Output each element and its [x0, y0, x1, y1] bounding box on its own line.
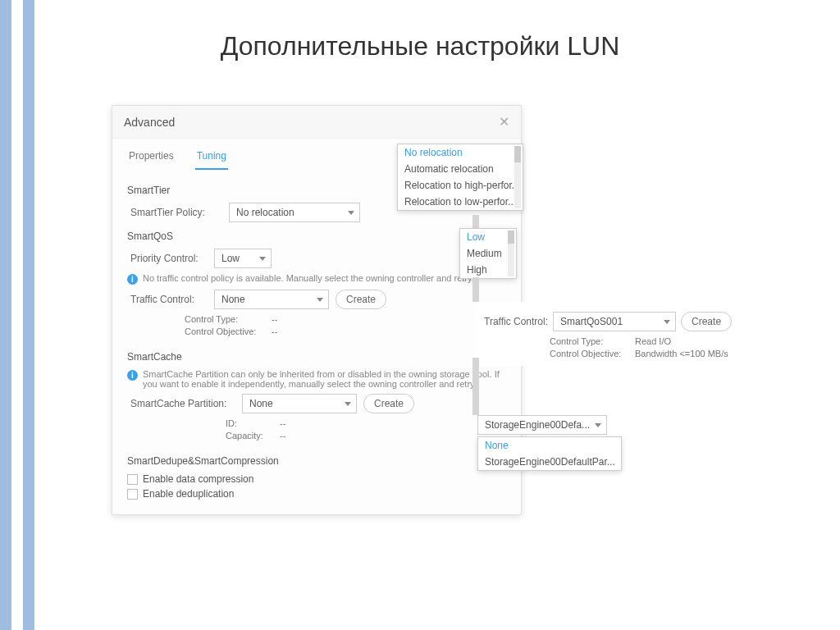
scrollbar-thumb[interactable]	[514, 146, 521, 162]
chevron-down-icon	[348, 211, 354, 215]
option-high-relocation[interactable]: Relocation to high-perfor...	[398, 177, 523, 194]
option-none[interactable]: None	[478, 437, 621, 454]
deduplication-checkbox[interactable]	[127, 489, 138, 500]
page-title: Дополнительные настройки LUN	[0, 31, 840, 62]
close-icon[interactable]: ✕	[499, 114, 509, 130]
traffic2-obj-label: Control Objective:	[550, 349, 632, 358]
traffic2-create-button[interactable]: Create	[681, 312, 732, 331]
option-auto-relocation[interactable]: Automatic relocation	[398, 161, 523, 177]
option-no-relocation[interactable]: No relocation	[398, 144, 523, 161]
chevron-down-icon	[595, 423, 601, 427]
deduplication-label: Enable deduplication	[143, 488, 234, 500]
control-type-value: --	[272, 314, 277, 324]
priority-dropdown[interactable]: Low Medium High	[459, 228, 517, 279]
dialog-title: Advanced	[124, 116, 175, 129]
qos-info-note: i No traffic control policy is available…	[127, 273, 506, 285]
chevron-down-icon	[345, 402, 351, 406]
option-default-partition[interactable]: StorageEngine00DefaultPar...	[478, 454, 621, 470]
cache-alt-value: StorageEngine00Defa...	[485, 419, 590, 431]
traffic2-value: SmartQoS001	[560, 316, 623, 327]
cache-info-text: SmartCache Partition can only be inherit…	[143, 369, 506, 389]
cache-dropdown[interactable]: None StorageEngine00DefaultPar...	[477, 436, 622, 471]
compression-label: Enable data compression	[143, 473, 253, 485]
cache-create-button[interactable]: Create	[363, 394, 414, 413]
traffic2-type-value: Read I/O	[635, 336, 671, 346]
traffic2-select[interactable]: SmartQoS001	[553, 312, 676, 331]
traffic2-label: Traffic Control:	[484, 316, 548, 327]
chevron-down-icon	[259, 257, 266, 261]
traffic2-type-label: Control Type:	[550, 336, 632, 346]
cache-id-label: ID:	[226, 418, 275, 428]
cache-partition-select[interactable]: None	[242, 394, 357, 413]
traffic-control-alt-block: Traffic Control: SmartQoS001 Create Cont…	[476, 302, 751, 366]
priority-control-value: Low	[221, 253, 240, 264]
tab-properties[interactable]: Properties	[127, 147, 176, 170]
section-smartcache: SmartCache	[127, 351, 506, 363]
control-objective-value: --	[272, 326, 277, 336]
traffic-control-select[interactable]: None	[214, 290, 329, 309]
smarttier-policy-label: SmartTier Policy:	[130, 207, 222, 218]
traffic-control-label: Traffic Control:	[130, 294, 208, 305]
info-icon: i	[127, 370, 138, 381]
control-objective-label: Control Objective:	[185, 326, 267, 336]
scrollbar-thumb[interactable]	[508, 231, 514, 244]
cache-partition-value: None	[249, 398, 273, 409]
section-smartqos: SmartQoS	[127, 231, 506, 242]
relocation-dropdown[interactable]: No relocation Automatic relocation Reloc…	[397, 144, 523, 211]
info-icon: i	[127, 274, 138, 285]
traffic2-obj-value: Bandwidth <=100 MB/s	[635, 349, 728, 358]
qos-info-text: No traffic control policy is available. …	[143, 273, 474, 285]
cache-partition-label: SmartCache Partition:	[130, 398, 235, 409]
decorative-bar	[472, 277, 479, 302]
cache-id-value: --	[280, 418, 285, 428]
decorative-bar	[472, 358, 479, 415]
cache-alt-select[interactable]: StorageEngine00Defa...	[477, 415, 607, 435]
section-dedupe: SmartDedupe&SmartCompression	[127, 455, 506, 467]
tab-tuning[interactable]: Tuning	[195, 147, 228, 170]
traffic-create-button[interactable]: Create	[336, 290, 386, 309]
chevron-down-icon	[664, 320, 670, 324]
traffic-control-value: None	[221, 294, 245, 305]
chevron-down-icon	[317, 298, 323, 302]
dialog-header: Advanced ✕	[112, 106, 521, 139]
smarttier-policy-select[interactable]: No relocation	[229, 203, 360, 222]
cache-capacity-value: --	[280, 431, 285, 441]
decorative-stripes	[0, 0, 49, 630]
option-low-relocation[interactable]: Relocation to low-perfor...	[398, 194, 523, 210]
cache-info-note: i SmartCache Partition can only be inher…	[127, 369, 506, 389]
compression-checkbox[interactable]	[127, 474, 138, 485]
smarttier-policy-value: No relocation	[236, 207, 294, 218]
priority-control-select[interactable]: Low	[214, 249, 272, 268]
cache-capacity-label: Capacity:	[226, 431, 275, 441]
cache-alt-block: StorageEngine00Defa...	[477, 415, 607, 435]
control-type-label: Control Type:	[185, 314, 267, 324]
priority-control-label: Priority Control:	[130, 253, 208, 264]
